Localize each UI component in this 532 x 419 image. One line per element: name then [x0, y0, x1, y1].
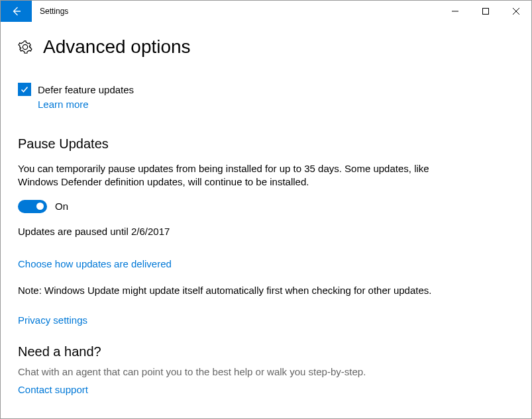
back-button[interactable] — [1, 1, 32, 22]
defer-checkbox-row[interactable]: Defer feature updates — [18, 83, 514, 96]
pause-description: You can temporarily pause updates from b… — [18, 162, 442, 189]
minimize-button[interactable] — [440, 1, 470, 22]
paused-until-text: Updates are paused until 2/6/2017 — [18, 225, 442, 238]
close-button[interactable] — [501, 1, 531, 22]
contact-support-link[interactable]: Contact support — [18, 384, 88, 395]
toggle-knob — [36, 203, 44, 210]
content-area: Advanced options Defer feature updates L… — [1, 22, 531, 395]
privacy-link[interactable]: Privacy settings — [18, 314, 87, 326]
pause-heading: Pause Updates — [18, 136, 514, 152]
back-arrow-icon — [11, 5, 23, 17]
page-header: Advanced options — [18, 36, 514, 58]
pause-section: Pause Updates You can temporarily pause … — [18, 136, 514, 238]
svg-rect-0 — [483, 9, 489, 15]
defer-label: Defer feature updates — [38, 84, 134, 95]
delivery-link[interactable]: Choose how updates are delivered — [18, 258, 172, 269]
learn-more-link[interactable]: Learn more — [38, 99, 89, 110]
help-body: Chat with an agent that can point you to… — [18, 366, 514, 377]
close-icon — [513, 8, 519, 15]
pause-toggle[interactable] — [18, 200, 47, 213]
help-section: Need a hand? Chat with an agent that can… — [18, 344, 514, 395]
gear-icon — [18, 40, 32, 54]
titlebar: Settings — [1, 1, 531, 22]
pause-toggle-row: On — [18, 200, 514, 213]
update-note: Note: Windows Update might update itself… — [18, 284, 442, 297]
checkmark-icon — [20, 85, 29, 94]
maximize-icon — [482, 8, 489, 15]
minimize-icon — [452, 8, 458, 15]
defer-checkbox[interactable] — [18, 83, 31, 96]
help-heading: Need a hand? — [18, 344, 514, 359]
window-controls — [440, 1, 531, 22]
page-title: Advanced options — [43, 36, 191, 58]
toggle-label: On — [55, 201, 68, 212]
maximize-button[interactable] — [470, 1, 501, 22]
window-title: Settings — [32, 1, 440, 22]
